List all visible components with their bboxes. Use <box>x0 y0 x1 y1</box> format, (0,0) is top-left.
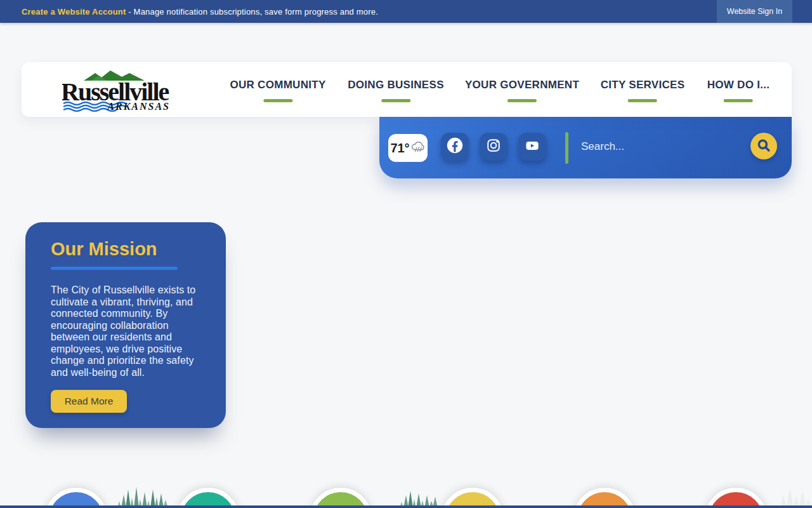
top-utility-bar: Create a Website Account - Manage notifi… <box>0 0 812 23</box>
nav-label: DOING BUSINESS <box>348 79 444 91</box>
search-divider <box>565 132 568 164</box>
nav-label: HOW DO I... <box>707 79 770 91</box>
instagram-icon <box>485 137 502 157</box>
nav-your-government[interactable]: YOUR GOVERNMENT <box>465 79 579 102</box>
pine-trees-faint-icon <box>779 485 812 508</box>
nav-our-community[interactable]: OUR COMMUNITY <box>230 79 325 102</box>
account-message-text: - Manage notification subscriptions, sav… <box>128 7 378 17</box>
nav-underline <box>381 99 410 102</box>
logo-state-text: ARKANSAS <box>107 101 170 112</box>
nav-label: YOUR GOVERNMENT <box>465 79 579 91</box>
rain-cloud-icon <box>410 140 426 156</box>
weather-widget[interactable]: 71° <box>388 134 428 162</box>
facebook-icon <box>445 136 464 157</box>
mission-title-underline <box>51 267 178 270</box>
website-signin-button[interactable]: Website Sign In <box>717 0 792 23</box>
temperature-value: 71° <box>390 141 409 156</box>
nav-city-services[interactable]: CITY SERVICES <box>601 79 685 102</box>
search-input[interactable] <box>581 135 740 159</box>
site-header: Russellville ARKANSAS OUR COMMUNITY DOIN… <box>22 62 792 117</box>
page: Create a Website Account - Manage notifi… <box>0 0 812 508</box>
pine-trees-icon <box>115 484 171 508</box>
search-button[interactable] <box>750 133 777 159</box>
city-logo[interactable]: Russellville ARKANSAS <box>62 70 171 112</box>
instagram-button[interactable] <box>480 133 508 161</box>
nav-label: CITY SERVICES <box>601 79 685 91</box>
youtube-icon <box>523 137 541 157</box>
mission-body-text: The City of Russellville exists to culti… <box>51 284 204 378</box>
nav-underline <box>263 99 292 102</box>
nav-underline <box>628 99 657 102</box>
nav-label: OUR COMMUNITY <box>230 79 325 91</box>
mission-title: Our Mission <box>51 239 157 260</box>
nav-underline <box>508 99 537 102</box>
read-more-button[interactable]: Read More <box>51 390 127 413</box>
footer-top-strip <box>0 505 812 508</box>
magnifier-icon <box>756 137 772 156</box>
youtube-button[interactable] <box>518 133 546 161</box>
account-message: Create a Website Account - Manage notifi… <box>22 7 378 17</box>
facebook-button[interactable] <box>441 133 469 161</box>
mission-card: Our Mission The City of Russellville exi… <box>25 222 226 428</box>
create-account-link[interactable]: Create a Website Account <box>22 7 126 17</box>
nav-how-do-i[interactable]: HOW DO I... <box>707 79 770 102</box>
nav-doing-business[interactable]: DOING BUSINESS <box>348 79 444 102</box>
utility-search-bar: 71° <box>379 117 792 178</box>
nav-underline <box>724 99 753 102</box>
